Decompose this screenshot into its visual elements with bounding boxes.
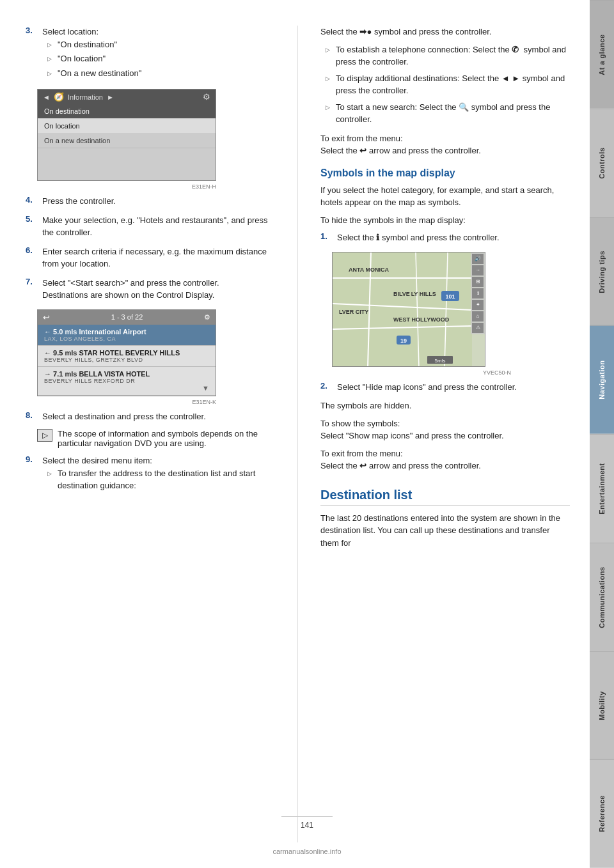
map-info-icon[interactable]: ℹ — [472, 288, 484, 298]
screen-1-caption: E31EN-H — [37, 183, 216, 190]
map-nav-icon[interactable]: → — [472, 265, 484, 275]
back-icon: ↩ — [43, 313, 50, 322]
nav-icon: 🧭 — [54, 92, 64, 102]
result-1-main: ← 5.0 mls International Airport — [44, 328, 209, 336]
menu-item-on-destination[interactable]: On destination — [38, 104, 216, 119]
step-5: 5. Make your selection, e.g. "Hotels and… — [26, 214, 275, 239]
bullet-icon: ▷ — [326, 75, 332, 84]
step-5-number: 5. — [26, 214, 37, 224]
results-count: 1 - 3 of 22 — [111, 313, 143, 321]
right-sub-1-text: To establish a telephone connection: Sel… — [336, 43, 570, 68]
step-9-sub-1-text: To transfer the address to the destinati… — [58, 467, 275, 492]
destination-list-heading: Destination list — [320, 488, 570, 506]
results-header: ↩ 1 - 3 of 22 ⚙ — [38, 310, 216, 325]
map-label-culver-city: LVER CITY — [339, 309, 368, 315]
bullet-icon: ▷ — [326, 46, 332, 55]
settings-icon: ⚙ — [203, 92, 210, 102]
right-column: Select the ➡● symbol and press the contr… — [320, 26, 570, 842]
right-sub-2-text: To display additional destinations: Sele… — [336, 72, 570, 97]
step-4-content: Press the controller. — [42, 195, 275, 208]
step-3-content: Select location: ▷ "On destination" ▷ "O… — [42, 26, 275, 81]
sidebar-tab-mobility[interactable]: Mobility — [590, 651, 614, 760]
result-item-1[interactable]: ← 5.0 mls International Airport LAX, LOS… — [38, 325, 216, 346]
step-3: 3. Select location: ▷ "On destination" ▷… — [26, 26, 275, 81]
right-sub-1: ▷ To establish a telephone connection: S… — [326, 43, 570, 68]
result-2-sub: BEVERLY HILLS, GRETZKY BLVD — [44, 357, 209, 363]
step-4-number: 4. — [26, 195, 37, 205]
step-5-content: Make your selection, e.g. "Hotels and re… — [42, 214, 275, 239]
bullet-icon: ▷ — [47, 41, 54, 50]
step-6: 6. Enter search criteria if necessary, e… — [26, 245, 275, 270]
step-7-text: Select "<Start search>" and press the co… — [42, 278, 219, 288]
device-screen-1: ◄ 🧭 Information ► ⚙ On destination On lo… — [37, 89, 216, 181]
bullet-icon: ▷ — [47, 55, 54, 64]
map-icon-bar: 🔊 → ⊞ ℹ ✦ ⌂ ⚠ — [471, 252, 485, 334]
right-sub-2: ▷ To display additional destinations: Se… — [326, 72, 570, 97]
sidebar-tab-reference[interactable]: Reference — [590, 759, 614, 868]
map-grid-icon[interactable]: ⊞ — [472, 277, 484, 287]
result-3-sub: BEVERLY HILLS REXFORD DR — [44, 378, 209, 384]
result-1-sub: LAX, LOS ANGELES, CA — [44, 336, 209, 342]
step-3-sub-3: ▷ "On a new destination" — [47, 67, 275, 80]
destination-list-text: The last 20 destinations entered into th… — [320, 512, 570, 550]
note-icon: ▷ — [37, 429, 52, 442]
step-3-text: Select location: — [42, 27, 98, 36]
result-item-2[interactable]: ← 9.5 mls STAR HOTEL BEVERLY HILLS BEVER… — [38, 346, 216, 367]
sidebar-tab-entertainment[interactable]: Entertainment — [590, 434, 614, 543]
results-screen: ↩ 1 - 3 of 22 ⚙ ← 5.0 mls International … — [37, 309, 216, 396]
sidebar-tab-at-a-glance[interactable]: At a glance — [590, 0, 614, 109]
right-sub-3-text: To start a new search: Select the 🔍 symb… — [336, 101, 570, 126]
right-sub-3: ▷ To start a new search: Select the 🔍 sy… — [326, 101, 570, 126]
right-step-2-number: 2. — [320, 381, 332, 391]
result-item-3[interactable]: → 7.1 mls BELLA VISTA HOTEL BEVERLY HILL… — [38, 367, 216, 396]
menu-item-on-location[interactable]: On location — [38, 119, 216, 134]
step-7: 7. Select "<Start search>" and press the… — [26, 277, 275, 302]
sidebar-tab-communications[interactable]: Communications — [590, 543, 614, 651]
bullet-icon: ▷ — [326, 104, 332, 112]
map-screen: 101 19 5mls ANTA MONICA BILVE LY HILLS L… — [332, 252, 485, 367]
right-step-2: 2. Select "Hide map icons" and press the… — [320, 381, 570, 394]
step-3-sub-2-text: "On location" — [58, 52, 106, 65]
screen-2-caption: E31EN-K — [37, 399, 216, 405]
right-step-2-content: Select "Hide map icons" and press the co… — [337, 381, 570, 394]
step-9: 9. Select the desired menu item: ▷ To tr… — [26, 454, 275, 494]
svg-text:5mls: 5mls — [435, 358, 446, 364]
page-number: 141 — [281, 816, 333, 830]
step-3-sub-2: ▷ "On location" — [47, 52, 275, 65]
step-8-number: 8. — [26, 410, 37, 420]
sidebar-tab-navigation[interactable]: Navigation — [590, 325, 614, 434]
right-step-1-content: Select the ℹ symbol and press the contro… — [337, 231, 570, 244]
bullet-icon: ▷ — [47, 70, 54, 79]
left-column: 3. Select location: ▷ "On destination" ▷… — [26, 26, 275, 842]
step-8-content: Select a destination and press the contr… — [42, 410, 275, 423]
menu-item-new-destination[interactable]: On a new destination — [38, 134, 216, 148]
sidebar-tabs: At a glance Controls Driving tips Naviga… — [590, 0, 614, 868]
settings-icon-results: ⚙ — [204, 313, 210, 322]
sidebar-tab-controls[interactable]: Controls — [590, 109, 614, 217]
svg-text:101: 101 — [445, 293, 455, 300]
result-3-main: → 7.1 mls BELLA VISTA HOTEL — [44, 370, 209, 378]
sidebar-tab-driving-tips[interactable]: Driving tips — [590, 217, 614, 326]
symbols-hidden-text: The symbols are hidden. — [320, 399, 570, 412]
step-7-content: Select "<Start search>" and press the co… — [42, 277, 275, 302]
result-2-main: ← 9.5 mls STAR HOTEL BEVERLY HILLS — [44, 349, 209, 357]
right-intro-text: Select the ➡● symbol and press the contr… — [320, 26, 570, 38]
step-4: 4. Press the controller. — [26, 195, 275, 208]
nav-right-arrow: ► — [107, 93, 114, 101]
show-symbols-text: To show the symbols: Select "Show map ic… — [320, 417, 570, 442]
step-6-content: Enter search criteria if necessary, e.g.… — [42, 245, 275, 270]
symbols-section-heading: Symbols in the map display — [320, 167, 570, 179]
map-warning-icon[interactable]: ⚠ — [472, 323, 484, 333]
exit-text: To exit from the menu: Select the ↩ arro… — [320, 132, 570, 157]
step-3-sub-3-text: "On a new destination" — [58, 67, 141, 80]
screen-1-header: ◄ 🧭 Information ► ⚙ — [38, 89, 216, 104]
step-3-number: 3. — [26, 26, 37, 35]
map-home-icon[interactable]: ⌂ — [472, 311, 484, 322]
map-star-icon[interactable]: ✦ — [472, 300, 484, 310]
step-3-sub-1-text: "On destination" — [58, 38, 117, 51]
step-9-content: Select the desired menu item: ▷ To trans… — [42, 454, 275, 494]
map-sound-icon[interactable]: 🔊 — [472, 254, 484, 264]
map-label-beverly-hills: BILVE LY HILLS — [393, 291, 436, 297]
svg-text:19: 19 — [400, 337, 407, 344]
right-step-1: 1. Select the ℹ symbol and press the con… — [320, 231, 570, 244]
